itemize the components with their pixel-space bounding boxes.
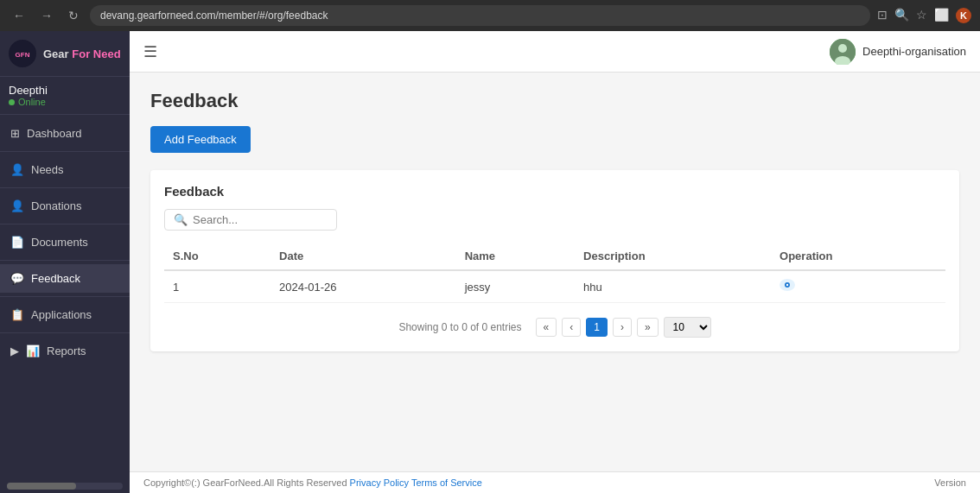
brand-name: Gear For Need	[43, 47, 121, 60]
reports-chart-icon: 📊	[26, 344, 40, 357]
user-avatar	[830, 39, 856, 65]
search-input[interactable]	[193, 213, 328, 226]
reports-icon: ▶	[10, 344, 19, 357]
bookmark-icon[interactable]: ☆	[916, 8, 927, 23]
nav-divider-1	[0, 151, 130, 152]
menu-toggle-icon[interactable]: ☰	[143, 42, 157, 61]
cell-description: hhu	[575, 270, 771, 303]
add-feedback-button[interactable]: Add Feedback	[150, 126, 251, 153]
feedback-label: Feedback	[31, 272, 80, 285]
col-description: Description	[575, 243, 771, 270]
sidebar-username: Deepthi	[9, 84, 121, 97]
status-dot	[9, 99, 15, 105]
view-icon[interactable]	[780, 279, 795, 294]
sidebar-item-reports[interactable]: ▶ 📊 Reports	[0, 337, 130, 365]
pagination-prev[interactable]: ‹	[562, 318, 581, 337]
forward-button[interactable]: →	[36, 7, 57, 24]
nav-divider-6	[0, 332, 130, 333]
nav-divider-3	[0, 224, 130, 224]
needs-icon: 👤	[10, 163, 24, 176]
feedback-icon: 💬	[10, 272, 24, 285]
sidebar-scrollbar-thumb	[7, 483, 76, 490]
terms-link[interactable]: Terms of Service	[411, 477, 482, 488]
svg-point-3	[838, 44, 847, 53]
main-content: Feedback Add Feedback Feedback 🔍 S.No Da…	[130, 73, 980, 471]
search-icon: 🔍	[174, 213, 188, 226]
translate-icon[interactable]: ⊡	[877, 8, 888, 23]
main-area: ☰ Deepthi-organisation Feedback Add Feed…	[130, 31, 980, 493]
sidebar-logo-area[interactable]: GFN Gear For Need	[0, 31, 130, 77]
nav-divider-2	[0, 187, 130, 188]
pagination-last[interactable]: »	[637, 318, 659, 337]
col-date: Date	[270, 243, 456, 270]
pagination-page-1[interactable]: 1	[586, 318, 608, 337]
sidebar-item-donations[interactable]: 👤 Donations	[0, 192, 130, 220]
topbar-username: Deepthi-organisation	[862, 45, 966, 58]
topbar-user[interactable]: Deepthi-organisation	[830, 39, 966, 65]
sidebar-item-needs[interactable]: 👤 Needs	[0, 155, 130, 184]
documents-label: Documents	[31, 236, 88, 249]
donations-label: Donations	[31, 199, 82, 212]
nav-divider-4	[0, 260, 130, 261]
cell-date: 2024-01-26	[270, 270, 456, 303]
table-row: 1 2024-01-26 jessy hhu	[164, 270, 945, 303]
donations-icon: 👤	[10, 199, 24, 212]
feedback-table: S.No Date Name Description Operation 1 2…	[164, 243, 945, 303]
svg-point-7	[786, 284, 788, 286]
pagination-first[interactable]: «	[536, 318, 557, 337]
applications-label: Applications	[31, 308, 92, 321]
col-name: Name	[456, 243, 575, 270]
per-page-select[interactable]: 10 25 50 100	[664, 317, 711, 338]
reports-label: Reports	[47, 344, 86, 357]
url-bar[interactable]	[90, 5, 870, 26]
dashboard-label: Dashboard	[27, 127, 82, 140]
reload-button[interactable]: ↻	[64, 7, 83, 24]
sidebar-item-documents[interactable]: 📄 Documents	[0, 228, 130, 256]
table-header: S.No Date Name Description Operation	[164, 243, 945, 270]
pagination-area: Showing 0 to 0 of 0 entries « ‹ 1 › » 10…	[164, 317, 945, 338]
footer-copyright: Copyright©(:) GearForNeed.All Rights Res…	[143, 477, 482, 488]
sidebar-item-feedback[interactable]: 💬 Feedback	[0, 264, 130, 293]
nav-divider-5	[0, 296, 130, 297]
app-container: GFN Gear For Need Deepthi Online ⊞ Dashb…	[0, 31, 980, 493]
cell-operation	[771, 270, 945, 303]
search-bar: 🔍	[164, 209, 337, 231]
feedback-table-card: Feedback 🔍 S.No Date Name Description Op…	[150, 170, 959, 351]
table-body: 1 2024-01-26 jessy hhu	[164, 270, 945, 303]
sidebar-user-status: Online	[9, 97, 121, 107]
table-card-title: Feedback	[164, 184, 945, 199]
cell-sno: 1	[164, 270, 270, 303]
privacy-policy-link[interactable]: Privacy Policy	[350, 477, 409, 488]
footer: Copyright©(:) GearForNeed.All Rights Res…	[130, 471, 980, 493]
sidebar-nav: ⊞ Dashboard 👤 Needs 👤 Donations 📄 Docume…	[0, 115, 130, 479]
sidebar-scrollbar[interactable]	[7, 483, 123, 490]
zoom-icon[interactable]: 🔍	[894, 8, 909, 23]
sidebar: GFN Gear For Need Deepthi Online ⊞ Dashb…	[0, 31, 130, 493]
cell-name: jessy	[456, 270, 575, 303]
footer-version: Version	[934, 477, 966, 488]
col-sno: S.No	[164, 243, 270, 270]
svg-text:GFN: GFN	[16, 51, 30, 59]
page-title: Feedback	[150, 90, 959, 112]
browser-icons: ⊡ 🔍 ☆ ⬜ K	[877, 8, 971, 23]
sidebar-user-info: Deepthi Online	[0, 77, 130, 115]
extensions-icon[interactable]: ⬜	[934, 8, 949, 23]
browser-chrome: ← → ↻ ⊡ 🔍 ☆ ⬜ K	[0, 0, 980, 31]
app-logo: GFN	[9, 40, 36, 67]
sidebar-item-applications[interactable]: 📋 Applications	[0, 300, 130, 329]
sidebar-item-dashboard[interactable]: ⊞ Dashboard	[0, 119, 130, 148]
documents-icon: 📄	[10, 236, 24, 249]
pagination-info: Showing 0 to 0 of 0 entries	[398, 321, 521, 333]
pagination-next[interactable]: ›	[613, 318, 632, 337]
topbar: ☰ Deepthi-organisation	[130, 31, 980, 73]
browser-user[interactable]: K	[956, 8, 971, 23]
needs-label: Needs	[31, 163, 64, 176]
dashboard-icon: ⊞	[10, 127, 20, 140]
col-operation: Operation	[771, 243, 945, 270]
back-button[interactable]: ←	[9, 7, 29, 24]
applications-icon: 📋	[10, 308, 24, 321]
